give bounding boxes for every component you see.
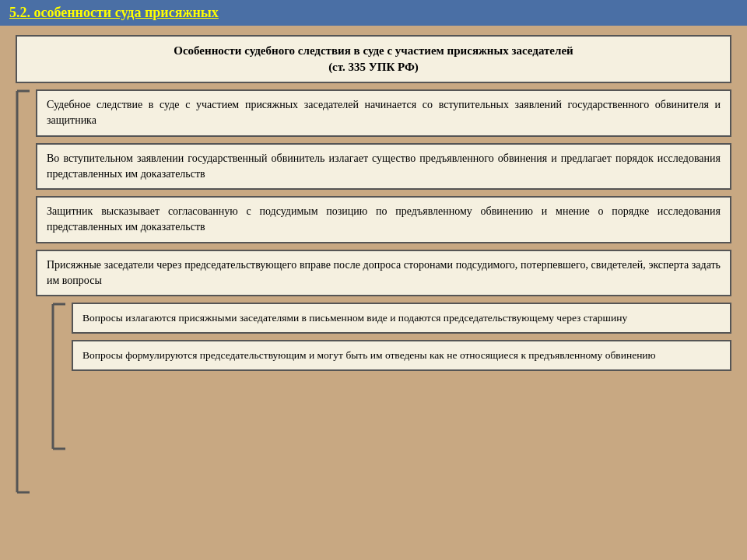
sub-bracket [51,303,68,450]
item-box-4: Присяжные заседатели через председательс… [36,250,731,297]
title-box: Особенности судебного следствия в суде с… [16,35,731,83]
sub2-text: Вопросы формулируются председательствующ… [82,349,656,361]
items-column: Судебное следствие в суде с участием при… [36,89,731,494]
item-box-1: Судебное следствие в суде с участием при… [36,89,731,137]
title-line2: (ст. 335 УПК РФ) [30,59,717,75]
header-bar: 5.2. особенности суда присяжных [0,0,747,26]
item4-with-sub: Присяжные заседатели через председательс… [36,250,731,451]
sub-items-column: Вопросы излагаются присяжными заседателя… [72,303,731,450]
header-title: 5.2. особенности суда присяжных [9,5,219,21]
item-box-3: Защитник высказывает согласованную с под… [36,196,731,243]
item2-text: Во вступительном заявлении государственн… [47,152,721,180]
sub-item-box-2: Вопросы формулируются председательствующ… [72,340,731,371]
sub-item-box-1: Вопросы излагаются присяжными заседателя… [72,303,731,334]
item3-text: Защитник высказывает согласованную с под… [47,205,721,233]
title-line1: Особенности судебного следствия в суде с… [30,43,717,59]
main-container: Особенности судебного следствия в суде с… [16,35,731,494]
item4-text: Присяжные заседатели через председательс… [47,259,721,286]
item-box-2: Во вступительном заявлении государственн… [36,143,731,191]
sub1-text: Вопросы излагаются присяжными заседателя… [82,312,627,324]
main-bracket [16,89,33,494]
item1-text: Судебное следствие в суде с участием при… [47,99,721,126]
